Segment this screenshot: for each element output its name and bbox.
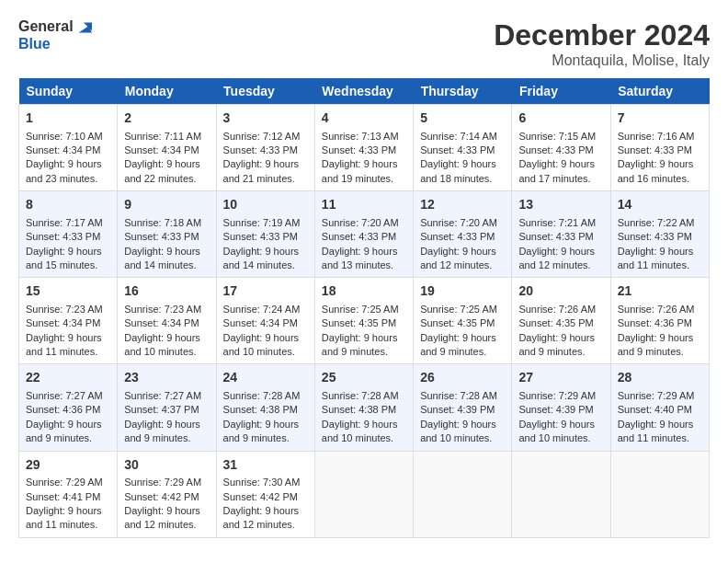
logo-text-general: General bbox=[18, 18, 92, 36]
table-row: 10Sunrise: 7:19 AMSunset: 4:33 PMDayligh… bbox=[216, 191, 314, 278]
page-header: General Blue December 2024 Montaquila, M… bbox=[18, 18, 710, 69]
table-row: 9Sunrise: 7:18 AMSunset: 4:33 PMDaylight… bbox=[118, 191, 216, 278]
table-row: 29Sunrise: 7:29 AMSunset: 4:41 PMDayligh… bbox=[19, 451, 118, 537]
logo-text-blue: Blue bbox=[18, 36, 92, 52]
table-row: 28Sunrise: 7:29 AMSunset: 4:40 PMDayligh… bbox=[610, 364, 709, 451]
table-row: 21Sunrise: 7:26 AMSunset: 4:36 PMDayligh… bbox=[610, 278, 709, 364]
col-saturday: Saturday bbox=[610, 78, 709, 105]
calendar-week-2: 8Sunrise: 7:17 AMSunset: 4:33 PMDaylight… bbox=[19, 191, 710, 278]
calendar-table: Sunday Monday Tuesday Wednesday Thursday… bbox=[18, 78, 710, 538]
col-sunday: Sunday bbox=[19, 78, 118, 105]
table-row: 14Sunrise: 7:22 AMSunset: 4:33 PMDayligh… bbox=[610, 191, 709, 278]
table-row: 27Sunrise: 7:29 AMSunset: 4:39 PMDayligh… bbox=[512, 364, 610, 451]
col-thursday: Thursday bbox=[414, 78, 512, 105]
table-row: 15Sunrise: 7:23 AMSunset: 4:34 PMDayligh… bbox=[19, 278, 118, 364]
table-row: 13Sunrise: 7:21 AMSunset: 4:33 PMDayligh… bbox=[512, 191, 610, 278]
table-row: 8Sunrise: 7:17 AMSunset: 4:33 PMDaylight… bbox=[19, 191, 118, 278]
header-row: Sunday Monday Tuesday Wednesday Thursday… bbox=[19, 78, 710, 105]
table-row: 7Sunrise: 7:16 AMSunset: 4:33 PMDaylight… bbox=[610, 105, 709, 191]
table-row: 20Sunrise: 7:26 AMSunset: 4:35 PMDayligh… bbox=[512, 278, 610, 364]
title-block: December 2024 Montaquila, Molise, Italy bbox=[494, 18, 710, 69]
calendar-week-5: 29Sunrise: 7:29 AMSunset: 4:41 PMDayligh… bbox=[19, 451, 710, 537]
table-row: 2Sunrise: 7:11 AMSunset: 4:34 PMDaylight… bbox=[118, 105, 216, 191]
table-row: 1Sunrise: 7:10 AMSunset: 4:34 PMDaylight… bbox=[19, 105, 118, 191]
calendar-week-1: 1Sunrise: 7:10 AMSunset: 4:34 PMDaylight… bbox=[19, 105, 710, 191]
table-row: 6Sunrise: 7:15 AMSunset: 4:33 PMDaylight… bbox=[512, 105, 610, 191]
table-row bbox=[512, 451, 610, 537]
table-row bbox=[314, 451, 413, 537]
col-tuesday: Tuesday bbox=[216, 78, 314, 105]
table-row: 4Sunrise: 7:13 AMSunset: 4:33 PMDaylight… bbox=[314, 105, 413, 191]
table-row: 12Sunrise: 7:20 AMSunset: 4:33 PMDayligh… bbox=[414, 191, 512, 278]
col-friday: Friday bbox=[512, 78, 610, 105]
table-row: 26Sunrise: 7:28 AMSunset: 4:39 PMDayligh… bbox=[414, 364, 512, 451]
table-row: 18Sunrise: 7:25 AMSunset: 4:35 PMDayligh… bbox=[314, 278, 413, 364]
month-title: December 2024 bbox=[494, 18, 710, 52]
location-subtitle: Montaquila, Molise, Italy bbox=[494, 52, 710, 69]
table-row bbox=[414, 451, 512, 537]
table-row: 3Sunrise: 7:12 AMSunset: 4:33 PMDaylight… bbox=[216, 105, 314, 191]
table-row: 31Sunrise: 7:30 AMSunset: 4:42 PMDayligh… bbox=[216, 451, 314, 537]
table-row: 24Sunrise: 7:28 AMSunset: 4:38 PMDayligh… bbox=[216, 364, 314, 451]
table-row: 30Sunrise: 7:29 AMSunset: 4:42 PMDayligh… bbox=[118, 451, 216, 537]
calendar-week-4: 22Sunrise: 7:27 AMSunset: 4:36 PMDayligh… bbox=[19, 364, 710, 451]
table-row: 5Sunrise: 7:14 AMSunset: 4:33 PMDaylight… bbox=[414, 105, 512, 191]
col-wednesday: Wednesday bbox=[314, 78, 413, 105]
table-row: 17Sunrise: 7:24 AMSunset: 4:34 PMDayligh… bbox=[216, 278, 314, 364]
table-row: 19Sunrise: 7:25 AMSunset: 4:35 PMDayligh… bbox=[414, 278, 512, 364]
calendar-week-3: 15Sunrise: 7:23 AMSunset: 4:34 PMDayligh… bbox=[19, 278, 710, 364]
table-row: 11Sunrise: 7:20 AMSunset: 4:33 PMDayligh… bbox=[314, 191, 413, 278]
table-row: 16Sunrise: 7:23 AMSunset: 4:34 PMDayligh… bbox=[118, 278, 216, 364]
table-row: 22Sunrise: 7:27 AMSunset: 4:36 PMDayligh… bbox=[19, 364, 118, 451]
table-row bbox=[610, 451, 709, 537]
table-row: 25Sunrise: 7:28 AMSunset: 4:38 PMDayligh… bbox=[314, 364, 413, 451]
table-row: 23Sunrise: 7:27 AMSunset: 4:37 PMDayligh… bbox=[118, 364, 216, 451]
logo: General Blue bbox=[18, 18, 92, 52]
col-monday: Monday bbox=[118, 78, 216, 105]
